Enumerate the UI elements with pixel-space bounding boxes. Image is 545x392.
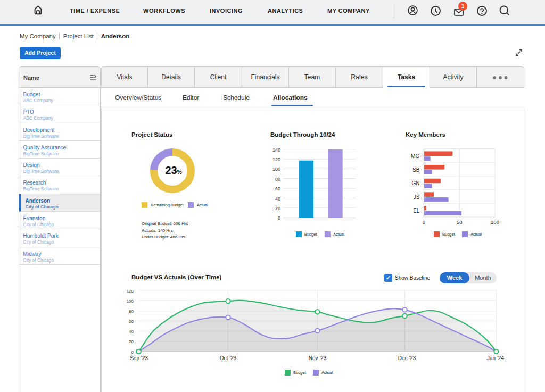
svg-text:50: 50 — [457, 219, 463, 224]
svg-text:20: 20 — [129, 339, 134, 344]
svg-text:100: 100 — [491, 219, 499, 224]
svg-text:SB: SB — [412, 167, 420, 173]
svg-text:80: 80 — [275, 177, 280, 182]
svg-text:JS: JS — [414, 194, 420, 200]
svg-text:140: 140 — [272, 147, 280, 153]
svg-text:40: 40 — [129, 329, 134, 334]
svg-text:0: 0 — [131, 350, 134, 355]
svg-text:Sep '23: Sep '23 — [130, 355, 148, 361]
svg-text:60: 60 — [129, 319, 134, 324]
svg-text:0: 0 — [423, 219, 425, 224]
svg-text:EL: EL — [413, 208, 420, 214]
svg-text:MG: MG — [411, 153, 419, 159]
svg-text:Nov '23: Nov '23 — [309, 355, 327, 361]
svg-text:120: 120 — [272, 157, 280, 162]
svg-text:20: 20 — [275, 206, 280, 211]
svg-text:Oct '23: Oct '23 — [220, 355, 237, 361]
svg-text:Jan '24: Jan '24 — [487, 355, 504, 361]
svg-text:0: 0 — [278, 215, 280, 221]
svg-text:60: 60 — [275, 186, 280, 191]
svg-text:40: 40 — [275, 196, 280, 202]
svg-text:Dec '23: Dec '23 — [398, 355, 416, 361]
svg-text:100: 100 — [272, 166, 280, 172]
svg-text:120: 120 — [127, 289, 134, 294]
svg-text:100: 100 — [127, 299, 134, 304]
svg-text:80: 80 — [129, 309, 134, 314]
svg-text:GN: GN — [411, 180, 419, 186]
